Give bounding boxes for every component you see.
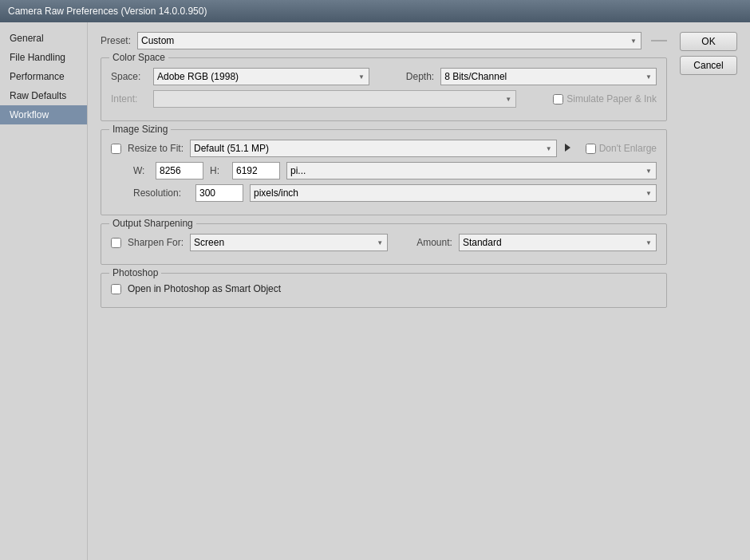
resolution-unit-select[interactable]: pixels/inch pixels/cm — [250, 184, 657, 202]
preset-select[interactable]: Custom — [137, 32, 641, 49]
wh-row: W: H: pi... pixels inches — [133, 162, 657, 179]
depth-select[interactable]: 8 Bits/Channel 16 Bits/Channel — [440, 68, 657, 85]
simulate-checkbox-wrapper: Simulate Paper & Ink — [553, 93, 657, 105]
sharpen-select-wrapper: Screen Glossy Paper Matte Paper — [190, 234, 388, 251]
smart-object-checkbox[interactable] — [111, 284, 121, 294]
intent-simulate-row: Intent: Simulate Paper & Ink — [111, 90, 657, 108]
space-label: Space: — [111, 71, 147, 82]
image-sizing-title: Image Sizing — [109, 124, 171, 135]
ok-button[interactable]: OK — [680, 32, 737, 51]
h-input[interactable] — [232, 162, 280, 179]
image-sizing-section: Image Sizing Resize to Fit: Default (51.… — [101, 129, 667, 215]
sidebar-item-workflow[interactable]: Workflow — [0, 105, 87, 124]
preset-select-wrapper: Custom — [137, 32, 641, 49]
sidebar-item-performance[interactable]: Performance — [0, 67, 87, 86]
amount-label: Amount: — [416, 237, 452, 248]
dont-enlarge-checkbox[interactable] — [586, 144, 596, 154]
w-label: W: — [133, 165, 149, 176]
sidebar-item-raw-defaults[interactable]: Raw Defaults — [0, 86, 87, 105]
resolution-row: Resolution: pixels/inch pixels/cm — [133, 184, 657, 202]
resolution-unit-wrapper: pixels/inch pixels/cm — [250, 184, 657, 202]
w-input[interactable] — [156, 162, 203, 179]
h-label: H: — [210, 165, 226, 176]
unit-select-wrapper: pi... pixels inches — [286, 162, 657, 179]
sidebar: General File Handling Performance Raw De… — [0, 22, 88, 560]
title-text: Camera Raw Preferences (Version 14.0.0.9… — [8, 6, 207, 17]
photoshop-section: Photoshop Open in Photoshop as Smart Obj… — [101, 273, 667, 308]
dont-enlarge-label: Don't Enlarge — [599, 143, 657, 154]
intent-select[interactable] — [153, 90, 516, 108]
amount-select[interactable]: Standard Low High — [459, 234, 657, 251]
title-bar: Camera Raw Preferences (Version 14.0.0.9… — [0, 0, 750, 22]
photoshop-title: Photoshop — [109, 267, 161, 278]
output-sharpening-section: Output Sharpening Sharpen For: Screen Gl… — [101, 223, 667, 265]
intent-select-wrapper — [153, 90, 516, 108]
sharpen-label: Sharpen For: — [128, 237, 184, 248]
sharpen-checkbox[interactable] — [111, 238, 121, 248]
right-panel: OK Cancel — [680, 22, 750, 560]
cancel-button[interactable]: Cancel — [680, 56, 737, 75]
dont-enlarge-wrapper: Don't Enlarge — [586, 143, 657, 154]
depth-label: Depth: — [406, 71, 434, 82]
resolution-input[interactable] — [195, 184, 243, 202]
space-select[interactable]: Adobe RGB (1998) — [153, 68, 369, 85]
unit-select[interactable]: pi... pixels inches — [286, 162, 657, 179]
resize-label: Resize to Fit: — [128, 143, 184, 154]
color-space-section: Color Space Space: Adobe RGB (1998) Dept… — [101, 57, 667, 121]
simulate-label: Simulate Paper & Ink — [566, 93, 657, 105]
resize-select[interactable]: Default (51.1 MP) — [190, 140, 557, 157]
preset-label: Preset: — [101, 35, 131, 46]
content-area: Preset: Custom Color Space Space: Adobe … — [88, 22, 680, 560]
resolution-label: Resolution: — [133, 187, 189, 199]
depth-select-wrapper: 8 Bits/Channel 16 Bits/Channel — [440, 68, 657, 85]
preset-row: Preset: Custom — [101, 32, 667, 49]
resize-row: Resize to Fit: Default (51.1 MP) Don't E… — [111, 140, 657, 157]
space-select-wrapper: Adobe RGB (1998) — [153, 68, 369, 85]
smart-object-label: Open in Photoshop as Smart Object — [128, 283, 281, 294]
amount-select-wrapper: Standard Low High — [459, 234, 657, 251]
space-depth-row: Space: Adobe RGB (1998) Depth: 8 Bits/Ch… — [111, 68, 657, 85]
sidebar-item-general[interactable]: General — [0, 29, 87, 48]
intent-label: Intent: — [111, 93, 147, 105]
output-sharpening-title: Output Sharpening — [109, 218, 196, 229]
color-space-title: Color Space — [109, 52, 168, 63]
sharpen-select[interactable]: Screen Glossy Paper Matte Paper — [190, 234, 388, 251]
smart-object-row: Open in Photoshop as Smart Object — [111, 283, 657, 294]
resize-select-wrapper: Default (51.1 MP) — [190, 140, 557, 157]
simulate-checkbox[interactable] — [553, 94, 563, 105]
sidebar-item-file-handling[interactable]: File Handling — [0, 48, 87, 67]
sharpen-row: Sharpen For: Screen Glossy Paper Matte P… — [111, 234, 657, 251]
resize-checkbox[interactable] — [111, 144, 121, 154]
